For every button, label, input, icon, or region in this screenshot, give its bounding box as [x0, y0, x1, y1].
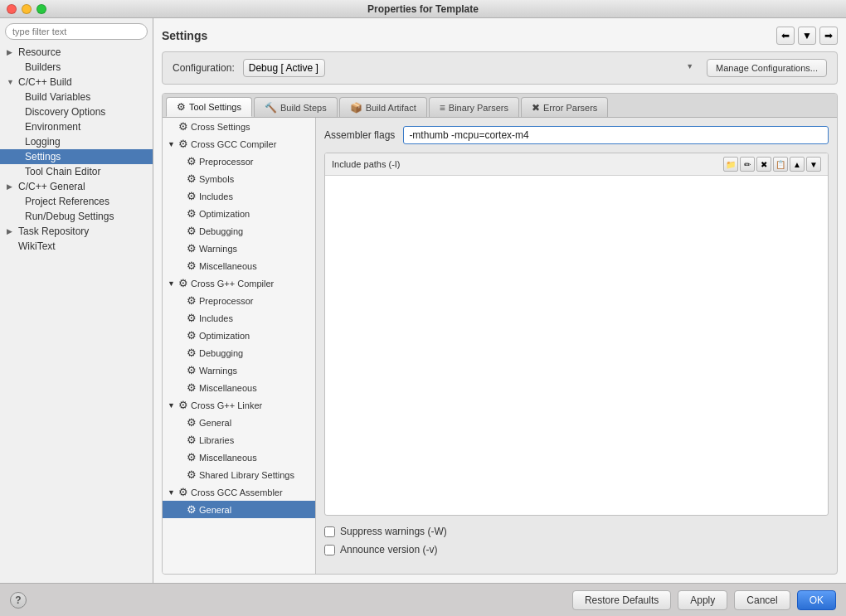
libraries-icon: ⚙	[187, 434, 197, 446]
tool-tree-debugging-gpp[interactable]: ⚙ Debugging	[163, 344, 315, 361]
sidebar-item-resource[interactable]: ▶ Resource	[0, 45, 153, 60]
back-button[interactable]: ⬅	[776, 27, 795, 45]
tool-tree-general-assembler[interactable]: ⚙ General	[163, 501, 315, 518]
config-select-wrap: Debug [ Active ]	[243, 59, 698, 77]
delete-include-path-button[interactable]: ✖	[756, 157, 771, 172]
no-arrow	[176, 175, 184, 183]
content-area: Settings ⬅ ▼ ➡ Configuration: Debug [ Ac…	[153, 18, 846, 583]
tool-tree-label: Miscellaneous	[199, 453, 257, 463]
window-title: Properties for Template	[367, 3, 479, 15]
sidebar-tree: ▶ Resource Builders ▼ C/C++ Build Build …	[0, 45, 153, 583]
tool-tree-includes-gpp[interactable]: ⚙ Includes	[163, 309, 315, 327]
configuration-select[interactable]: Debug [ Active ]	[243, 59, 325, 77]
no-arrow	[176, 192, 184, 201]
includes-gcc-icon: ⚙	[187, 190, 197, 202]
no-arrow	[176, 332, 184, 340]
assembler-flags-input[interactable]	[403, 126, 829, 144]
search-input[interactable]	[5, 23, 148, 40]
miscellaneous-gcc-icon: ⚙	[187, 259, 197, 272]
no-arrow	[176, 506, 184, 514]
copy-include-path-button[interactable]: 📋	[773, 157, 788, 172]
sidebar-item-logging[interactable]: Logging	[0, 134, 153, 149]
tool-tree-miscellaneous-linker[interactable]: ⚙ Miscellaneous	[163, 449, 315, 466]
tool-tree-miscellaneous-gpp[interactable]: ⚙ Miscellaneous	[163, 379, 315, 396]
restore-defaults-button[interactable]: Restore Defaults	[572, 590, 671, 610]
tool-tree-label: Shared Library Settings	[199, 470, 294, 480]
cancel-button[interactable]: Cancel	[734, 590, 790, 610]
sidebar-item-run-debug-settings[interactable]: Run/Debug Settings	[0, 209, 153, 224]
tool-tree-debugging[interactable]: ⚙ Debugging	[163, 222, 315, 240]
tab-error-parsers[interactable]: ✖ Error Parsers	[521, 97, 608, 117]
tool-tree-optimization[interactable]: ⚙ Optimization	[163, 205, 315, 222]
tab-binary-parsers[interactable]: ≡ Binary Parsers	[429, 97, 519, 117]
tool-tree-optimization-gpp[interactable]: ⚙ Optimization	[163, 327, 315, 344]
tool-tree-cross-settings[interactable]: ⚙ Cross Settings	[163, 118, 315, 135]
tool-tree-cross-gcc-compiler[interactable]: ▼ ⚙ Cross GCC Compiler	[163, 135, 315, 153]
apply-button[interactable]: Apply	[678, 590, 727, 610]
tab-tool-settings[interactable]: ⚙ Tool Settings	[166, 97, 252, 117]
tool-tree-preprocessor-gpp[interactable]: ⚙ Preprocessor	[163, 292, 315, 309]
tool-tree-libraries[interactable]: ⚙ Libraries	[163, 431, 315, 449]
move-up-include-path-button[interactable]: ▲	[790, 157, 805, 172]
sidebar-search[interactable]	[5, 23, 148, 40]
help-button[interactable]: ?	[10, 592, 27, 609]
no-arrow	[176, 384, 184, 392]
sidebar-item-cpp-build[interactable]: ▼ C/C++ Build	[0, 75, 153, 90]
tool-tree-panel: ⚙ Cross Settings ▼ ⚙ Cross GCC Compiler …	[163, 118, 316, 574]
nav-dropdown-button[interactable]: ▼	[798, 27, 816, 45]
tab-build-steps[interactable]: 🔨 Build Steps	[254, 97, 338, 117]
configuration-label: Configuration:	[173, 62, 235, 74]
tab-build-artifact[interactable]: 📦 Build Artifact	[339, 97, 427, 117]
sidebar-item-label: Build Variables	[25, 91, 90, 103]
tool-tree-warnings-gpp[interactable]: ⚙ Warnings	[163, 361, 315, 379]
sidebar-item-task-repository[interactable]: ▶ Task Repository	[0, 224, 153, 239]
tool-tree-label: Optimization	[199, 209, 250, 219]
binary-parsers-icon: ≡	[440, 102, 445, 114]
tool-tree-shared-lib-settings[interactable]: ⚙ Shared Library Settings	[163, 466, 315, 483]
maximize-button[interactable]	[36, 4, 46, 14]
tool-tree-cross-gpp-linker[interactable]: ▼ ⚙ Cross G++ Linker	[163, 396, 315, 414]
sidebar-item-builders[interactable]: Builders	[0, 60, 153, 75]
tool-tree-label: Optimization	[199, 331, 250, 341]
sidebar-item-tool-chain-editor[interactable]: Tool Chain Editor	[0, 164, 153, 179]
include-paths-header: Include paths (-I) 📁 ✏ ✖ 📋 ▲ ▼	[325, 153, 828, 176]
tool-tree-label: Cross G++ Linker	[191, 400, 262, 410]
tool-tree-label: Debugging	[199, 226, 243, 236]
tool-tree-label: General	[199, 418, 231, 428]
optimization-icon: ⚙	[187, 207, 197, 220]
tool-tree-symbols[interactable]: ⚙ Symbols	[163, 170, 315, 187]
sidebar-item-build-variables[interactable]: Build Variables	[0, 90, 153, 104]
close-button[interactable]	[7, 4, 17, 14]
tool-tree-preprocessor[interactable]: ⚙ Preprocessor	[163, 153, 315, 170]
sidebar-item-label: Environment	[25, 121, 80, 133]
sidebar-item-cpp-general[interactable]: ▶ C/C++ General	[0, 179, 153, 194]
minimize-button[interactable]	[22, 4, 32, 14]
add-include-path-button[interactable]: 📁	[723, 157, 738, 172]
manage-configurations-button[interactable]: Manage Configurations...	[707, 59, 827, 77]
tool-tree-miscellaneous-gcc[interactable]: ⚙ Miscellaneous	[163, 257, 315, 274]
sidebar-item-settings[interactable]: Settings	[0, 149, 153, 164]
move-down-include-path-button[interactable]: ▼	[806, 157, 821, 172]
no-arrow	[176, 419, 184, 427]
tool-tree-includes-gcc[interactable]: ⚙ Includes	[163, 187, 315, 205]
tool-tree-cross-gpp-compiler[interactable]: ▼ ⚙ Cross G++ Compiler	[163, 274, 315, 292]
announce-version-checkbox[interactable]	[324, 545, 335, 555]
build-artifact-icon: 📦	[350, 102, 362, 114]
tabs-area: ⚙ Tool Settings 🔨 Build Steps 📦 Build Ar…	[162, 93, 838, 575]
sidebar-item-discovery-options[interactable]: Discovery Options	[0, 104, 153, 119]
header-icons: ⬅ ▼ ➡	[776, 27, 838, 45]
tool-tree-warnings[interactable]: ⚙ Warnings	[163, 240, 315, 257]
forward-button[interactable]: ➡	[819, 27, 838, 45]
suppress-warnings-checkbox[interactable]	[324, 526, 335, 537]
edit-include-path-button[interactable]: ✏	[740, 157, 755, 172]
sidebar-item-environment[interactable]: Environment	[0, 119, 153, 134]
sidebar-item-wiki-text[interactable]: WikiText	[0, 239, 153, 254]
sidebar-item-project-references[interactable]: Project References	[0, 194, 153, 209]
tool-tree-general-linker[interactable]: ⚙ General	[163, 414, 315, 431]
chevron-right-icon: ▶	[7, 48, 15, 56]
tool-tree-cross-gcc-assembler[interactable]: ▼ ⚙ Cross GCC Assembler	[163, 483, 315, 501]
chevron-down-icon: ▼	[168, 279, 176, 288]
ok-button[interactable]: OK	[797, 590, 836, 610]
sidebar-item-label: Settings	[25, 151, 61, 162]
bottom-right: Restore Defaults Apply Cancel OK	[572, 590, 836, 610]
